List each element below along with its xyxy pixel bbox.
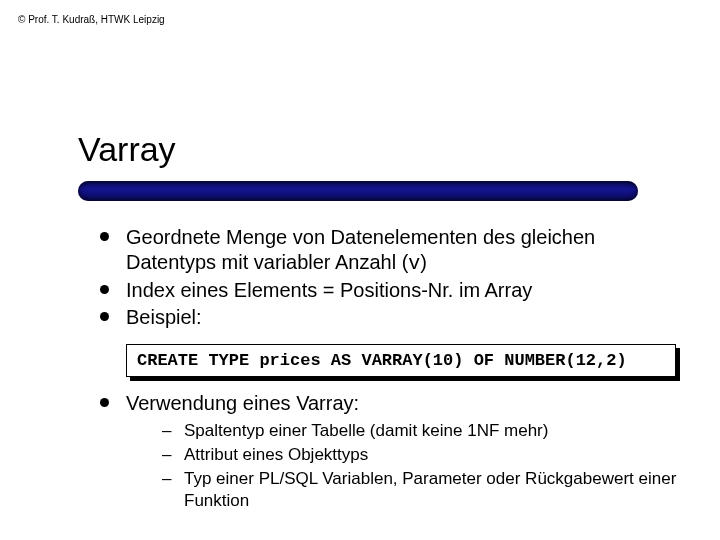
bullet-text: Geordnete Menge von Datenelementen des g… [126, 226, 595, 273]
dash-list: Spaltentyp einer Tabelle (damit keine 1N… [162, 420, 690, 512]
bullet-text: Beispiel: [126, 306, 202, 328]
bullet-item: Beispiel: [96, 305, 690, 330]
bullet-text: Index eines Elements = Positions-Nr. im … [126, 279, 532, 301]
mono-v: v [408, 252, 420, 275]
dash-item: Attribut eines Objekttyps [162, 444, 690, 466]
dash-text: Attribut eines Objekttyps [184, 445, 368, 464]
code-box: CREATE TYPE prices AS VARRAY(10) OF NUMB… [126, 344, 676, 377]
slide-title: Varray [78, 130, 680, 169]
dash-item: Typ einer PL/SQL Variablen, Parameter od… [162, 468, 690, 512]
bullet-item: Index eines Elements = Positions-Nr. im … [96, 278, 690, 303]
dash-text: Typ einer PL/SQL Variablen, Parameter od… [184, 469, 676, 510]
copyright-text: © Prof. T. Kudraß, HTWK Leipzig [18, 14, 165, 25]
slide-content: Geordnete Menge von Datenelementen des g… [96, 225, 690, 514]
bullet-list: Geordnete Menge von Datenelementen des g… [96, 225, 690, 330]
bullet-text: ) [420, 251, 427, 273]
bullet-item: Verwendung eines Varray: Spaltentyp eine… [96, 391, 690, 512]
title-underline [78, 181, 638, 201]
bullet-list-2: Verwendung eines Varray: Spaltentyp eine… [96, 391, 690, 512]
dash-item: Spaltentyp einer Tabelle (damit keine 1N… [162, 420, 690, 442]
bullet-text: Verwendung eines Varray: [126, 392, 359, 414]
bullet-item: Geordnete Menge von Datenelementen des g… [96, 225, 690, 276]
dash-text: Spaltentyp einer Tabelle (damit keine 1N… [184, 421, 548, 440]
title-block: Varray [78, 130, 680, 201]
